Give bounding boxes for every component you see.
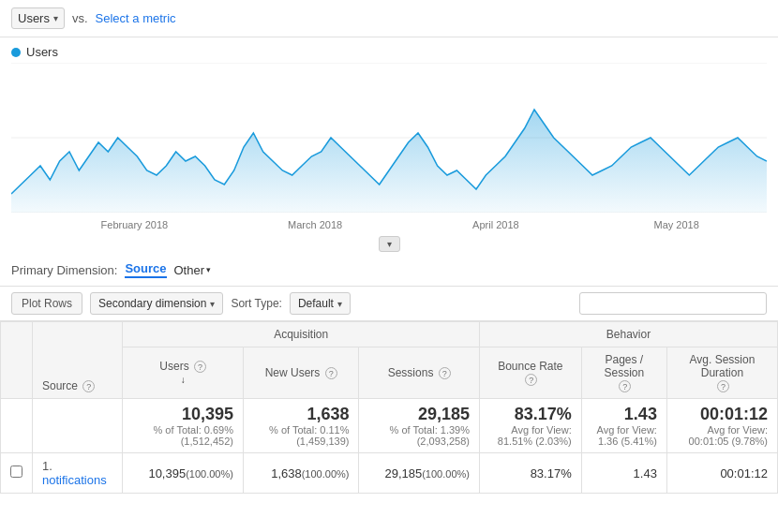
chart-area: Users 500 250: [0, 37, 778, 234]
row-pages-session-cell: 1.43: [581, 453, 666, 494]
total-avg-session-cell: 00:01:12 Avg for View: 00:01:05 (9.78%): [666, 399, 777, 453]
row-bounce-rate-cell: 83.17%: [479, 453, 581, 494]
row-source-link[interactable]: notifications: [42, 473, 107, 487]
table-row: 1. notifications 10,395(100.00%) 1,638(1…: [1, 453, 778, 494]
sessions-help-icon[interactable]: ?: [439, 367, 451, 379]
total-users-sub: % of Total: 0.69% (1,512,452): [132, 424, 233, 447]
chart-collapse-button[interactable]: ▾: [379, 236, 400, 252]
chevron-down-icon: ▾: [53, 13, 58, 23]
sort-type-label: Sort Type:: [231, 297, 281, 310]
chevron-down-icon: ▾: [210, 299, 215, 309]
pages-session-help-icon[interactable]: ?: [619, 380, 631, 392]
total-new-users-sub: % of Total: 0.11% (1,459,139): [253, 424, 350, 447]
chart-collapse-area: ▾: [0, 234, 778, 254]
default-sort-label: Default: [298, 297, 334, 310]
total-sessions-value: 29,185: [368, 405, 470, 424]
total-bounce-rate-cell: 83.17% Avg for View: 81.51% (2.03%): [479, 399, 581, 453]
source-help-icon[interactable]: ?: [82, 380, 95, 392]
chevron-down-icon: ▾: [206, 265, 211, 274]
users-help-icon[interactable]: ?: [194, 361, 206, 373]
avg-session-col-header: Avg. Session Duration ?: [666, 347, 777, 399]
users-col-header: Users ? ↓: [123, 347, 244, 399]
total-new-users-cell: 1,638 % of Total: 0.11% (1,459,139): [243, 399, 359, 453]
total-pages-value: 1.43: [591, 405, 657, 424]
bounce-rate-col-header: Bounce Rate ?: [479, 347, 581, 399]
checkbox-header: [1, 322, 33, 399]
secondary-dim-label: Secondary dimension: [98, 297, 206, 310]
total-sessions-cell: 29,185 % of Total: 1.39% (2,093,258): [359, 399, 480, 453]
source-column-header: Source: [42, 379, 78, 392]
legend-dot: [11, 48, 21, 57]
x-label-apr: April 2018: [406, 219, 587, 230]
total-users-cell: 10,395 % of Total: 0.69% (1,512,452): [123, 399, 244, 453]
x-label-may: May 2018: [586, 219, 767, 230]
pages-session-col-header: Pages / Session ?: [581, 347, 666, 399]
avg-session-help-icon[interactable]: ?: [717, 380, 729, 392]
total-pages-sub: Avg for View: 1.36 (5.41%): [591, 424, 657, 447]
chart-svg: [11, 63, 767, 213]
primary-dimension-bar: Primary Dimension: Source Other ▾: [0, 254, 778, 287]
x-axis: February 2018 March 2018 April 2018 May …: [44, 215, 767, 234]
x-label-mar: March 2018: [225, 219, 406, 230]
total-bounce-rate-sub: Avg for View: 81.51% (2.03%): [489, 424, 572, 447]
metric-label: Users: [18, 11, 50, 25]
users-metric-dropdown[interactable]: Users ▾: [11, 7, 65, 29]
total-pages-session-cell: 1.43 Avg for View: 1.36 (5.41%): [581, 399, 666, 453]
row-avg-session-cell: 00:01:12: [666, 453, 777, 494]
other-label: Other: [174, 263, 205, 277]
primary-dim-source[interactable]: Source: [125, 261, 166, 278]
vs-label: vs.: [72, 11, 88, 25]
chevron-down-icon: ▾: [337, 299, 342, 309]
row-users-cell: 10,395(100.00%): [123, 453, 244, 494]
row-new-users-cell: 1,638(100.00%): [243, 453, 359, 494]
row-source-cell: 1. notifications: [33, 453, 123, 494]
row-number: 1.: [42, 459, 52, 473]
row-checkbox[interactable]: [1, 453, 33, 494]
select-metric-link[interactable]: Select a metric: [96, 11, 176, 25]
total-bounce-rate-value: 83.17%: [489, 405, 572, 424]
primary-dim-other-dropdown[interactable]: Other ▾: [174, 263, 212, 277]
legend-label: Users: [26, 45, 58, 59]
total-avg-sub: Avg for View: 00:01:05 (9.78%): [677, 424, 768, 447]
row-users-value: 10,395(100.00%): [148, 466, 233, 480]
total-new-users-value: 1,638: [253, 405, 350, 424]
new-users-help-icon[interactable]: ?: [325, 367, 337, 379]
secondary-dimension-dropdown[interactable]: Secondary dimension ▾: [90, 292, 223, 315]
plot-rows-button[interactable]: Plot Rows: [11, 292, 82, 315]
row-checkbox-input[interactable]: [10, 466, 22, 478]
acquisition-section-header: Acquisition: [123, 322, 480, 347]
primary-dim-label: Primary Dimension:: [11, 263, 117, 277]
data-table: Source ? Acquisition Behavior Users ? ↓ …: [0, 321, 778, 494]
total-sessions-sub: % of Total: 1.39% (2,093,258): [368, 424, 470, 447]
total-users-value: 10,395: [132, 405, 233, 424]
row-sessions-cell: 29,185(100.00%): [359, 453, 480, 494]
sort-type-dropdown[interactable]: Default ▾: [290, 292, 351, 315]
table-controls: Plot Rows Secondary dimension ▾ Sort Typ…: [0, 287, 778, 321]
total-avg-value: 00:01:12: [677, 405, 768, 424]
bounce-rate-help-icon[interactable]: ?: [525, 374, 537, 386]
sessions-col-header: Sessions ?: [359, 347, 480, 399]
x-label-feb: February 2018: [44, 219, 225, 230]
chart-legend: Users: [11, 45, 767, 59]
top-controls: Users ▾ vs. Select a metric: [0, 0, 778, 37]
new-users-col-header: New Users ?: [243, 347, 359, 399]
behavior-section-header: Behavior: [479, 322, 777, 347]
total-label-cell: [33, 399, 123, 453]
table-search-input[interactable]: [579, 292, 767, 315]
sort-arrow-down: ↓: [181, 375, 186, 385]
total-row: 10,395 % of Total: 0.69% (1,512,452) 1,6…: [1, 399, 778, 453]
total-checkbox-cell: [1, 399, 33, 453]
